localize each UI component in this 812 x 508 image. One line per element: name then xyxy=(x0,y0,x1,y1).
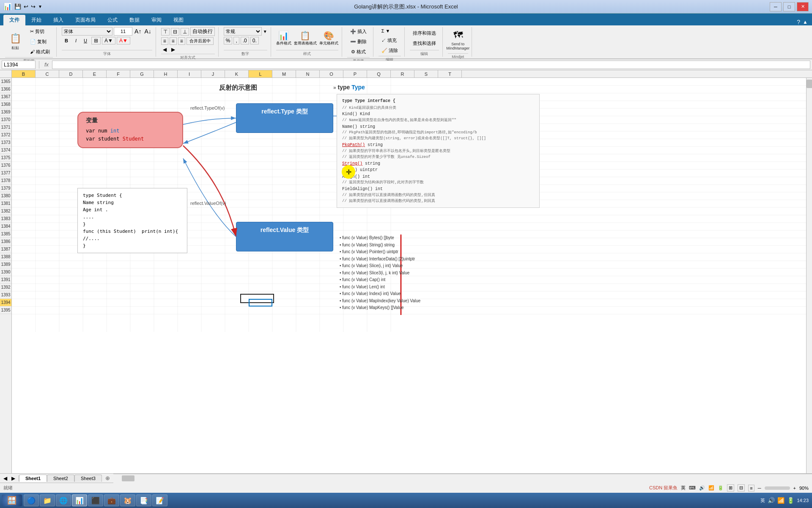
tab-insert[interactable]: 插入 xyxy=(47,15,69,25)
format-cell-button[interactable]: ⚙ 格式 xyxy=(348,47,369,56)
col-header-Q[interactable]: Q xyxy=(367,70,391,77)
row-1395[interactable]: 1395 xyxy=(0,306,11,314)
send-mindmanager-button[interactable]: 🗺 Send to MindManager xyxy=(448,27,468,52)
cut-button[interactable]: ✂ 剪切 xyxy=(27,27,53,36)
maximize-button[interactable]: □ xyxy=(783,2,795,11)
col-header-P[interactable]: P xyxy=(343,70,367,77)
row-1367[interactable]: 1367 xyxy=(0,93,11,101)
horizontal-scrollbar[interactable] xyxy=(113,474,812,483)
tab-file[interactable]: 文件 xyxy=(3,15,25,25)
row-1382[interactable]: 1382 xyxy=(0,207,11,215)
tab-data[interactable]: 数据 xyxy=(123,15,145,25)
paste-button[interactable]: 📋 粘贴 xyxy=(5,29,25,55)
font-color-button[interactable]: A▼ xyxy=(117,37,130,44)
scrollbar-thumb[interactable] xyxy=(807,80,812,88)
col-header-F[interactable]: F xyxy=(107,70,130,77)
taskbar-sound[interactable]: 🔊 xyxy=(768,497,775,504)
sheet-tab-1[interactable]: Sheet1 xyxy=(19,475,47,482)
increase-decimal-button[interactable]: .0 xyxy=(241,37,249,44)
row-1369[interactable]: 1369 xyxy=(0,108,11,116)
number-format-select[interactable]: 常规 xyxy=(224,27,262,36)
merge-center-button[interactable]: 合并后居中 xyxy=(187,37,214,45)
taskbar-app-word[interactable]: 📝 xyxy=(152,494,167,506)
percent-button[interactable]: % xyxy=(224,37,233,44)
row-1366[interactable]: 1366 xyxy=(0,86,11,93)
cell-reference-input[interactable] xyxy=(2,61,36,69)
view-pagebreak-button[interactable]: ≡ xyxy=(748,485,754,491)
font-size-input[interactable] xyxy=(114,27,132,36)
tab-next-button[interactable]: ▶ xyxy=(10,475,17,481)
fill-color-button[interactable]: A▼ xyxy=(102,37,115,44)
col-header-M[interactable]: M xyxy=(272,70,296,77)
col-header-T[interactable]: T xyxy=(438,70,462,77)
zoom-out-button[interactable]: ─ xyxy=(758,486,761,491)
tab-view[interactable]: 视图 xyxy=(167,15,189,25)
wrap-text-button[interactable]: 自动换行 xyxy=(190,27,215,36)
delete-cell-button[interactable]: ➖ 删除 xyxy=(347,37,370,46)
row-1378[interactable]: 1378 xyxy=(0,177,11,185)
fill-button[interactable]: ↙ 填充 xyxy=(379,36,400,45)
row-1377[interactable]: 1377 xyxy=(0,169,11,177)
row-1370[interactable]: 1370 xyxy=(0,116,11,124)
row-1391[interactable]: 1391 xyxy=(0,276,11,284)
taskbar-app-excel[interactable]: 📊 xyxy=(72,494,87,506)
col-header-B[interactable]: B xyxy=(12,70,36,77)
quick-access-dropdown[interactable]: ▼ xyxy=(38,4,42,9)
taskbar-app-go[interactable]: 🐹 xyxy=(120,494,135,506)
align-top-button[interactable]: ⊤ xyxy=(161,28,170,36)
row-1392[interactable]: 1392 xyxy=(0,284,11,291)
row-1393[interactable]: 1393 xyxy=(0,291,11,299)
tab-prev-button[interactable]: ◀ xyxy=(2,475,9,481)
new-sheet-button[interactable]: ⊕ xyxy=(102,474,113,482)
col-header-J[interactable]: J xyxy=(201,70,225,77)
view-layout-button[interactable]: ⊟ xyxy=(738,484,745,491)
decrease-indent-button[interactable]: ◀ xyxy=(161,46,168,53)
tab-formula[interactable]: 公式 xyxy=(102,15,123,25)
quick-save[interactable]: 💾 xyxy=(14,3,21,10)
clear-button[interactable]: 🧹 清除 xyxy=(379,46,401,55)
align-left-button[interactable]: ≡ xyxy=(161,37,168,45)
ribbon-options[interactable]: ▲ xyxy=(803,19,808,25)
underline-button[interactable]: U xyxy=(81,37,90,44)
font-decrease-button[interactable]: A↓ xyxy=(143,28,152,35)
hscrollbar-thumb[interactable] xyxy=(122,475,134,481)
sheet-tab-2[interactable]: Sheet2 xyxy=(47,475,74,482)
col-header-C[interactable]: C xyxy=(36,70,59,77)
increase-indent-button[interactable]: ▶ xyxy=(170,46,177,53)
thousand-button[interactable]: , xyxy=(233,37,239,44)
row-1389[interactable]: 1389 xyxy=(0,261,11,268)
align-bottom-button[interactable]: ⊥ xyxy=(181,28,189,36)
taskbar-ime[interactable]: 英 xyxy=(760,497,765,504)
ribbon-help[interactable]: ? xyxy=(797,19,800,25)
quick-redo[interactable]: ↪ xyxy=(31,3,36,10)
conditional-format-button[interactable]: 📊 条件格式 xyxy=(276,30,291,46)
row-1380[interactable]: 1380 xyxy=(0,192,11,200)
insert-cell-button[interactable]: ➕ 插入 xyxy=(347,27,370,36)
taskbar-battery[interactable]: 🔋 xyxy=(787,497,794,504)
grid-area[interactable]: 反射的示意图 变量 var num int var student Studen… xyxy=(12,78,812,473)
sort-filter-button[interactable]: 排序和筛选 xyxy=(410,29,439,38)
col-header-E[interactable]: E xyxy=(83,70,107,77)
tab-page-layout[interactable]: 页面布局 xyxy=(69,15,102,25)
col-header-S[interactable]: S xyxy=(414,70,438,77)
copy-button[interactable]: 📄 复制 xyxy=(27,37,53,46)
row-1394[interactable]: 1394 xyxy=(0,299,11,306)
font-name-select[interactable]: 宋体 xyxy=(62,27,112,36)
tab-home[interactable]: 开始 xyxy=(25,15,47,25)
col-header-N[interactable]: N xyxy=(296,70,320,77)
col-header-H[interactable]: H xyxy=(154,70,178,77)
format-table-button[interactable]: 📋 套用表格格式 xyxy=(294,30,317,46)
cell-styles-button[interactable]: 🎨 单元格样式 xyxy=(319,30,338,46)
row-1388[interactable]: 1388 xyxy=(0,253,11,261)
start-button[interactable]: 🪟 xyxy=(2,494,22,506)
view-normal-button[interactable]: ⊞ xyxy=(727,484,734,491)
zoom-in-button[interactable]: + xyxy=(793,486,796,491)
formula-input[interactable] xyxy=(52,61,810,69)
bold-button[interactable]: B xyxy=(62,37,71,44)
align-center-button[interactable]: ≡ xyxy=(170,37,177,45)
col-header-K[interactable]: K xyxy=(225,70,249,77)
taskbar-app-browser[interactable]: 🔵 xyxy=(24,494,39,506)
row-1385[interactable]: 1385 xyxy=(0,230,11,238)
format-painter-button[interactable]: 🖌 格式刷 xyxy=(27,47,53,56)
border-button[interactable]: ⊞ xyxy=(91,37,101,44)
